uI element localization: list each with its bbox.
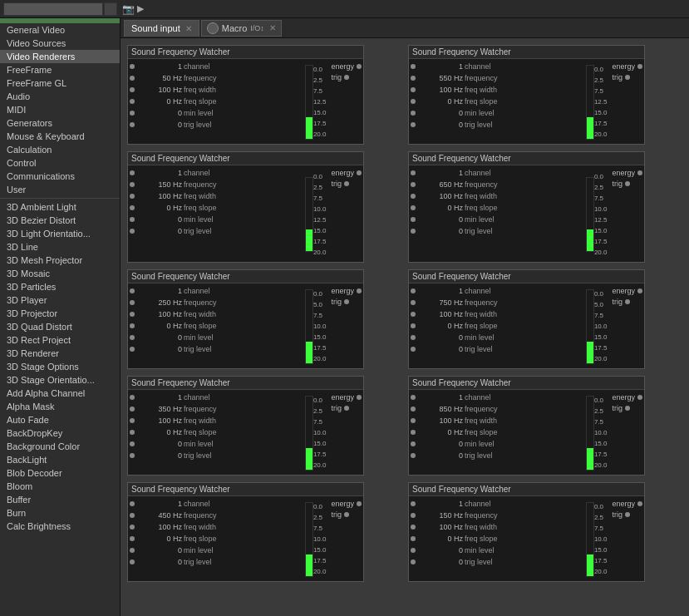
sfw-port-label-0-3: 0 Hz (136, 97, 182, 106)
tab-sound-input[interactable]: Sound input ✕ (124, 20, 199, 37)
sfw-param-9-0: channel (465, 500, 514, 508)
sidebar-item-audio[interactable]: Audio (0, 90, 120, 103)
sfw-value-col-5: 0.05.07.510.015.017.520.0 (594, 289, 608, 365)
tab-macro[interactable]: Macro I/O↕ ✕ (201, 20, 282, 37)
sidebar-item-3d-player[interactable]: 3D Player (0, 293, 120, 307)
tab-sound-input-close[interactable]: ✕ (185, 24, 192, 33)
sidebar: General VideoVideo SourcesVideo Renderer… (0, 18, 121, 616)
sidebar-item-3d-mesh-projector[interactable]: 3D Mesh Projector (0, 254, 120, 267)
sfw-node-3: Sound Frequency Watcher1channel650 Hzfre… (408, 151, 645, 263)
sidebar-item-buffer[interactable]: Buffer (0, 493, 120, 506)
sidebar-item-control[interactable]: Control (0, 156, 120, 170)
sidebar-item-calculation[interactable]: Calculation (0, 143, 120, 156)
sfw-output-label-8-0: energy (331, 500, 354, 508)
sfw-title-6: Sound Frequency Watcher (128, 377, 363, 390)
sfw-value-9-1: 2.5 (594, 513, 608, 524)
sidebar-item-3d-stage-options[interactable]: 3D Stage Options (0, 360, 120, 373)
sidebar-item-bloom[interactable]: Bloom (0, 480, 120, 493)
sidebar-item-3d-bezier-distort[interactable]: 3D Bezier Distort (0, 214, 120, 227)
sidebar-item-freeframe-gl[interactable]: FreeFrame GL (0, 76, 120, 90)
sfw-row-8-4: 0min level (130, 545, 305, 555)
sfw-output-0-0: energy (331, 62, 362, 71)
sidebar-item-3d-projector[interactable]: 3D Projector (0, 307, 120, 320)
sfw-value-5-5: 17.5 (594, 343, 608, 354)
sfw-value-3-3: 10.0 (594, 204, 608, 214)
sfw-port-label-9-1: 150 Hz (417, 511, 463, 520)
sfw-output-4-0: energy (331, 287, 362, 295)
sidebar-item-3d-ambient-light[interactable]: 3D Ambient Light (0, 200, 120, 214)
sidebar-item-3d-line[interactable]: 3D Line (0, 240, 120, 254)
sfw-port-out-9-1 (625, 512, 630, 517)
sfw-param-3-3: freq slope (465, 204, 514, 212)
sfw-param-0-3: freq slope (184, 97, 234, 106)
sfw-green-bar-6 (305, 396, 313, 471)
tab-macro-close[interactable]: ✕ (269, 23, 276, 32)
sfw-port-label-6-1: 350 Hz (136, 405, 182, 413)
sfw-value-8-2: 7.5 (313, 524, 327, 535)
sfw-green-bar-8 (305, 502, 313, 577)
camera-icon[interactable]: 📷 (122, 3, 135, 15)
sfw-param-6-4: min level (184, 440, 234, 448)
arrow-icon[interactable]: ▶ (137, 3, 144, 14)
sfw-port-label-5-4: 0 (417, 333, 463, 342)
sidebar-item-burn[interactable]: Burn (0, 506, 120, 520)
sfw-param-8-0: channel (184, 500, 234, 508)
sidebar-item-mouse-keyboard[interactable]: Mouse & Keyboard (0, 130, 120, 143)
sfw-node-8: Sound Frequency Watcher1channel450 Hzfre… (127, 482, 364, 582)
sfw-body-9: 1channel150 Hzfrequency100 Hzfreq width0… (409, 496, 644, 581)
sfw-port-in-2-3 (130, 205, 135, 210)
sidebar-item-auto-fade[interactable]: Auto Fade (0, 413, 120, 426)
sfw-value-4-5: 17.5 (313, 343, 327, 354)
sidebar-list: General VideoVideo SourcesVideo Renderer… (0, 23, 120, 616)
sfw-row-9-2: 100 Hzfreq width (411, 521, 586, 532)
sidebar-item-freeframe[interactable]: FreeFrame (0, 63, 120, 76)
sidebar-item-communications[interactable]: Communications (0, 170, 120, 183)
sfw-port-in-1-1 (411, 76, 416, 81)
sidebar-item-background-color[interactable]: Background Color (0, 440, 120, 453)
sidebar-item-backdropkey[interactable]: BackDropKey (0, 426, 120, 440)
sidebar-item-alpha-mask[interactable]: Alpha Mask (0, 400, 120, 413)
sfw-row-2-7 (130, 249, 305, 259)
sfw-param-0-4: min level (184, 109, 234, 117)
sidebar-item-general-video[interactable]: General Video (0, 23, 120, 37)
tab-macro-label: Macro (222, 23, 248, 33)
sidebar-item-video-renderers[interactable]: Video Renderers (0, 50, 120, 63)
sidebar-item-user[interactable]: User (0, 183, 120, 196)
sidebar-item-video-sources[interactable]: Video Sources (0, 37, 120, 50)
sfw-param-4-5: trig level (184, 345, 234, 353)
sidebar-item-3d-mosaic[interactable]: 3D Mosaic (0, 267, 120, 280)
sfw-param-8-5: trig level (184, 558, 234, 566)
sfw-row-6-5: 0trig level (130, 450, 305, 461)
sfw-port-in-7-4 (411, 441, 416, 446)
sfw-row-8-2: 100 Hzfreq width (130, 521, 305, 532)
sidebar-item-3d-light-orientation[interactable]: 3D Light Orientatio... (0, 227, 120, 240)
patch-area[interactable]: Sound Frequency Watcher1channel50 Hzfreq… (121, 38, 689, 616)
sfw-params-0: 1channel50 Hzfrequency100 Hzfreq width0 … (130, 61, 305, 142)
sidebar-item-add-alpha-channel[interactable]: Add Alpha Channel (0, 387, 120, 400)
sidebar-item-3d-renderer[interactable]: 3D Renderer (0, 347, 120, 360)
search-clear-button[interactable] (104, 2, 117, 16)
sfw-row-0-2: 100 Hzfreq width (130, 84, 305, 95)
sidebar-item-3d-quad-distort[interactable]: 3D Quad Distort (0, 320, 120, 333)
sidebar-item-3d-particles[interactable]: 3D Particles (0, 280, 120, 293)
sidebar-item-blob-decoder[interactable]: Blob Decoder (0, 466, 120, 480)
search-input[interactable] (3, 2, 103, 16)
sidebar-item-midi[interactable]: MIDI (0, 103, 120, 116)
sidebar-item-3d-rect-project[interactable]: 3D Rect Project (0, 333, 120, 347)
sfw-output-label-8-1: trig (331, 510, 342, 519)
sfw-value-1-5: 17.5 (594, 119, 608, 130)
sfw-row-1-2: 100 Hzfreq width (411, 84, 586, 95)
sfw-param-6-3: freq slope (184, 428, 234, 436)
sfw-port-label-1-2: 100 Hz (417, 86, 463, 94)
sfw-port-in-5-3 (411, 323, 416, 328)
sfw-value-7-5: 17.5 (594, 450, 608, 461)
sfw-port-label-3-0: 1 (417, 169, 463, 177)
sidebar-item-generators[interactable]: Generators (0, 116, 120, 130)
sidebar-item-backlight[interactable]: BackLight (0, 453, 120, 466)
sidebar-item-3d-stage-orientatio[interactable]: 3D Stage Orientatio... (0, 373, 120, 387)
sfw-row-9-6 (411, 568, 586, 579)
sfw-port-label-9-4: 0 (417, 546, 463, 554)
sfw-port-out-5-1 (625, 299, 630, 304)
sfw-right-3: energytrig (608, 167, 642, 260)
sidebar-item-calc-brightness[interactable]: Calc Brightness (0, 520, 120, 533)
